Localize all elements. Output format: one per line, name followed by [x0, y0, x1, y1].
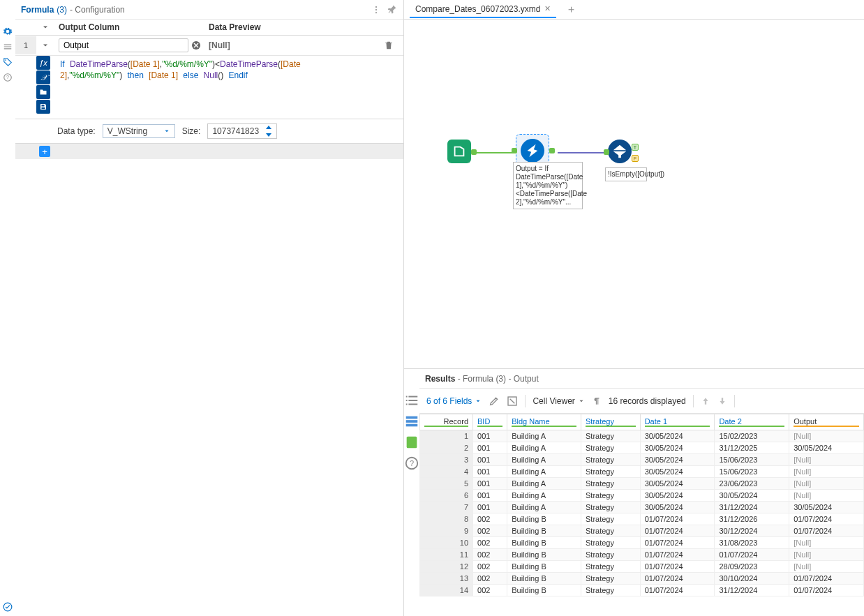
input-anchor[interactable]	[604, 149, 609, 155]
header-data-preview[interactable]: Data Preview	[204, 20, 384, 35]
edit-icon[interactable]	[489, 396, 500, 407]
gear-icon[interactable]	[3, 27, 13, 36]
results-sidebar: ?	[404, 369, 419, 616]
table-row[interactable]: 6 001 Building A Strategy 30/05/2024 30/…	[420, 490, 864, 502]
config-grid-header: Output Column Data Preview	[15, 20, 403, 36]
results-toolbar: 6 of 6 Fields Cell Viewer 16 records dis…	[419, 389, 864, 414]
fields-selector[interactable]: 6 of 6 Fields	[426, 396, 482, 406]
lines-icon[interactable]	[3, 42, 13, 52]
help-icon[interactable]: ?	[404, 456, 419, 471]
config-titlebar: Formula (3) - Configuration	[15, 0, 403, 20]
input-anchor[interactable]	[512, 148, 517, 153]
column-header[interactable]: Record	[420, 414, 473, 430]
formula-area: ƒx 𝒳 If DateTimeParse([Date 1],"%d/%m/%Y…	[15, 56, 403, 119]
results-title: Results	[425, 374, 455, 384]
false-anchor[interactable]: F	[632, 155, 639, 162]
deselect-icon[interactable]	[507, 396, 518, 407]
svg-point-5	[375, 11, 377, 13]
pilcrow-icon[interactable]	[592, 396, 602, 406]
svg-rect-8	[406, 420, 418, 423]
chevron-down-icon[interactable]	[41, 41, 50, 50]
svg-rect-10	[407, 437, 417, 449]
svg-point-4	[375, 8, 377, 10]
input-tool-node[interactable]	[447, 140, 471, 163]
table-row[interactable]: 10 002 Building B Strategy 01/07/2024 31…	[420, 537, 864, 549]
config-title-count: (3)	[57, 5, 67, 15]
table-row[interactable]: 14 002 Building B Strategy 01/07/2024 31…	[420, 585, 864, 596]
kebab-icon[interactable]	[371, 5, 381, 15]
add-button[interactable]: +	[39, 146, 50, 157]
formula-tool-strip: ƒx 𝒳	[36, 56, 54, 119]
table-row[interactable]: 11 002 Building B Strategy 01/07/2024 01…	[420, 549, 864, 561]
page-icon[interactable]	[404, 435, 419, 450]
pin-icon[interactable]	[388, 5, 398, 15]
datatype-row: Data type: V_WString Size: 1073741823	[15, 119, 403, 144]
formula-tool-label: Output = If DateTimeParse([Date 1],"%d/%…	[513, 162, 583, 209]
results-grid[interactable]: RecordBIDBldg NameStrategyDate 1Date 2Ou…	[419, 414, 864, 616]
true-anchor[interactable]: T	[632, 144, 639, 151]
svg-text:?: ?	[410, 459, 414, 467]
chevron-down-icon[interactable]	[41, 23, 50, 31]
rows-icon[interactable]	[404, 414, 419, 429]
arrow-down-icon[interactable]	[717, 396, 727, 406]
help-icon[interactable]: ?	[3, 73, 13, 82]
spinner-icon[interactable]	[265, 126, 272, 137]
add-tab-button[interactable]: ＋	[566, 3, 576, 16]
formula-tool-node[interactable]: Output = If DateTimeParse([Date 1],"%d/%…	[516, 134, 549, 167]
svg-point-3	[375, 6, 377, 7]
filter-tool-node[interactable]: T F !IsEmpty([Output])	[608, 140, 632, 163]
folder-icon[interactable]	[36, 85, 50, 99]
arrow-up-icon[interactable]	[701, 396, 710, 406]
status-ok-icon	[3, 602, 13, 612]
results-titlebar: Results - Formula (3) - Output	[419, 369, 864, 389]
output-anchor[interactable]	[471, 149, 477, 155]
list-icon[interactable]	[404, 393, 419, 408]
datatype-label: Data type:	[57, 126, 96, 136]
formula-editor[interactable]: If DateTimeParse([Date 1],"%d/%m/%Y")<Da…	[54, 56, 403, 119]
table-row[interactable]: 2 001 Building A Strategy 30/05/2024 31/…	[420, 442, 864, 454]
svg-rect-7	[406, 416, 418, 419]
workflow-tabs: Compare_Dates_06072023.yxmd ✕ ＋	[404, 0, 864, 20]
config-sidebar: ?	[0, 0, 15, 616]
config-title: Formula	[21, 5, 54, 15]
x-icon[interactable]: 𝒳	[36, 70, 50, 84]
table-row[interactable]: 1 001 Building A Strategy 30/05/2024 15/…	[420, 430, 864, 442]
results-subtitle: - Formula (3) - Output	[458, 374, 539, 384]
table-row[interactable]: 13 002 Building B Strategy 01/07/2024 30…	[420, 573, 864, 585]
column-header[interactable]: Date 2	[715, 414, 789, 430]
output-column-input[interactable]	[59, 38, 188, 52]
cell-viewer-dropdown[interactable]: Cell Viewer	[532, 396, 584, 406]
trash-icon[interactable]	[384, 40, 394, 50]
add-row: +	[15, 144, 403, 159]
table-row[interactable]: 8 002 Building B Strategy 01/07/2024 31/…	[420, 513, 864, 525]
chevron-down-icon	[578, 398, 585, 405]
table-row[interactable]: 7 001 Building A Strategy 30/05/2024 31/…	[420, 502, 864, 513]
tab-label: Compare_Dates_06072023.yxmd	[415, 4, 540, 14]
size-input[interactable]: 1073741823	[207, 123, 277, 139]
table-row[interactable]: 12 002 Building B Strategy 01/07/2024 28…	[420, 561, 864, 573]
chevron-down-icon	[475, 398, 482, 405]
config-subtitle: - Configuration	[70, 5, 125, 15]
table-row[interactable]: 3 001 Building A Strategy 30/05/2024 15/…	[420, 454, 864, 466]
chevron-down-icon	[163, 128, 170, 135]
records-info: 16 records displayed	[609, 396, 686, 406]
output-anchor[interactable]	[549, 148, 555, 153]
fx-icon[interactable]: ƒx	[36, 56, 50, 70]
table-row[interactable]: 5 001 Building A Strategy 30/05/2024 23/…	[420, 478, 864, 490]
clear-icon[interactable]	[191, 40, 200, 50]
column-header[interactable]: Date 1	[640, 414, 715, 430]
preview-value: [Null]	[204, 38, 384, 53]
tag-icon[interactable]	[3, 57, 13, 67]
column-header[interactable]: BID	[473, 414, 507, 430]
workflow-canvas[interactable]: Output = If DateTimeParse([Date 1],"%d/%…	[404, 20, 864, 368]
table-row[interactable]: 9 002 Building B Strategy 01/07/2024 30/…	[420, 525, 864, 537]
tab-workflow[interactable]: Compare_Dates_06072023.yxmd ✕	[410, 1, 556, 18]
datatype-select[interactable]: V_WString	[103, 124, 175, 138]
table-row[interactable]: 4 001 Building A Strategy 30/05/2024 15/…	[420, 466, 864, 478]
close-icon[interactable]: ✕	[544, 4, 551, 13]
column-header[interactable]: Output	[789, 414, 864, 430]
column-header[interactable]: Strategy	[581, 414, 640, 430]
save-icon[interactable]	[36, 100, 50, 114]
column-header[interactable]: Bldg Name	[507, 414, 581, 430]
header-output-column[interactable]: Output Column	[54, 20, 204, 35]
